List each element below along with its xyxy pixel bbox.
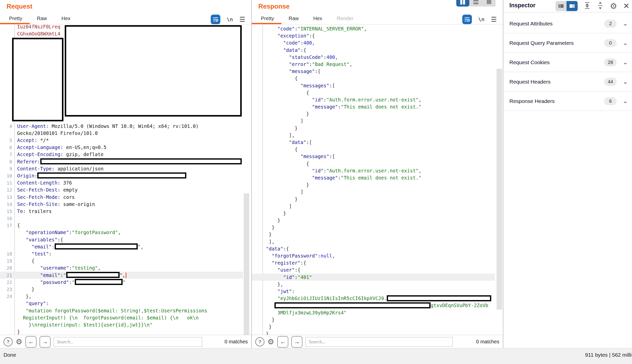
code-line: ] <box>252 203 495 210</box>
response-panel-icons: \n ☰ <box>462 15 497 24</box>
help-icon[interactable]: ? <box>255 337 264 346</box>
single-view-icon[interactable] <box>482 0 496 7</box>
code-line: 13Sec-Fetch-Mode: cors <box>0 194 243 201</box>
code-line: 22 "password":"" <box>0 279 243 286</box>
code-line: "operationName":"forgotPassword", <box>0 229 243 236</box>
inspector-row-request-headers[interactable]: Request Headers 44 ⌄ <box>503 72 632 91</box>
code-line: { <box>252 160 495 167</box>
count-badge: 44 <box>604 78 617 86</box>
code-line: "query": <box>0 300 243 307</box>
rows-view-icon[interactable] <box>469 0 482 7</box>
response-match-count: 0 matches <box>476 339 499 345</box>
status-message: Done <box>4 352 16 358</box>
code-line: } <box>252 217 495 224</box>
code-line: "eyJhbGciOiJIUzI1NiIsInR5cCI6IkpXVCJ9. <box>252 295 495 302</box>
code-line: 17{ <box>0 222 243 229</box>
code-line: "message":[ <box>252 68 495 75</box>
count-badge: 0 <box>604 39 617 47</box>
code-line: "data":{ <box>252 47 495 54</box>
inspector-row-request-query-parameters[interactable]: Request Query Parameters 0 ⌄ <box>503 33 632 53</box>
response-tab-hex[interactable]: Hex <box>313 16 322 21</box>
code-line: 5Accept: */* <box>0 137 243 144</box>
next-match-button[interactable]: → <box>40 336 51 348</box>
code-line: 7Accept-Encoding: gzip, deflate <box>0 151 243 158</box>
gear-icon[interactable]: ⚙ <box>267 338 274 346</box>
wrap-text-icon[interactable] <box>462 15 472 24</box>
response-code: "code":"INTERNAL_SERVER_ERROR", "excepti… <box>252 25 495 335</box>
request-tab-hex[interactable]: Hex <box>61 16 71 21</box>
code-line: } <box>252 224 495 231</box>
panel-right-icon[interactable] <box>567 1 578 11</box>
response-viewer[interactable]: "code":"INTERNAL_SERVER_ERROR", "excepti… <box>252 25 503 335</box>
response-tabs: Pretty Raw Hex Render <box>261 16 353 21</box>
redaction-box <box>40 158 242 164</box>
code-line: 3MDlfjx3mzwL39ybHp2Krs4" <box>252 309 495 316</box>
panel-left-icon[interactable] <box>555 1 567 11</box>
prev-match-button[interactable]: ← <box>277 336 288 348</box>
close-icon[interactable]: ✕ <box>623 2 629 10</box>
request-tab-pretty[interactable]: Pretty <box>9 16 22 21</box>
code-line: 9Content-Type: application/json <box>0 165 243 172</box>
next-match-button[interactable]: → <box>291 336 302 348</box>
request-title: Request <box>7 3 32 10</box>
columns-view-icon[interactable] <box>456 0 469 7</box>
request-tabs-divider <box>0 24 251 24</box>
code-line: } <box>0 328 243 335</box>
code-line: "register":{ <box>252 259 495 266</box>
redaction-box <box>55 243 138 249</box>
code-line: "variables":{ <box>0 236 243 243</box>
chevron-down-icon: ⌄ <box>623 40 628 46</box>
code-line: "exception":{ <box>252 32 495 39</box>
response-tab-raw[interactable]: Raw <box>289 16 299 21</box>
code-line: 8Referer: <box>0 158 243 165</box>
response-scrollbar[interactable] <box>497 69 502 310</box>
code-line: { <box>252 146 495 153</box>
code-line: "id":"Auth.form.error.user.not-exist", <box>252 96 495 103</box>
code-line: } <box>252 323 495 330</box>
code-line: 6Accept-Language: en-US,en;q=0.5 <box>0 144 243 151</box>
request-tabs: Pretty Raw Hex <box>9 16 71 21</box>
request-scrollbar[interactable] <box>244 193 249 335</box>
status-bar: Done 911 bytes | 562 millis <box>0 348 632 364</box>
code-line: { <box>252 89 495 96</box>
response-tab-pretty[interactable]: Pretty <box>261 16 274 21</box>
hamburger-icon[interactable]: ☰ <box>239 16 245 23</box>
code-line: "email":", <box>0 243 243 250</box>
code-line: } <box>252 210 495 217</box>
count-badge: 2 <box>604 20 617 28</box>
gear-icon[interactable]: ⚙ <box>610 2 617 10</box>
inspector-row-request-cookies[interactable]: Request Cookies 28 ⌄ <box>503 53 632 72</box>
code-line: 14Sec-Fetch-Site: same-origin <box>0 201 243 208</box>
code-line: "statusCode":400, <box>252 54 495 61</box>
prev-match-button[interactable]: ← <box>25 336 37 348</box>
wrap-text-icon[interactable] <box>211 15 220 24</box>
newline-toggle[interactable]: \n <box>478 16 484 22</box>
request-tab-raw[interactable]: Raw <box>37 16 47 21</box>
code-line: 24 }, <box>0 293 243 300</box>
request-search-input[interactable] <box>54 337 202 347</box>
response-tabs-divider <box>252 24 503 24</box>
code-line: 21 "email":"", <box>0 272 243 279</box>
inspector-row-request-attributes[interactable]: Request Attributes 2 ⌄ <box>503 14 632 33</box>
gear-icon[interactable]: ⚙ <box>16 338 22 346</box>
response-search-input[interactable] <box>305 337 453 347</box>
collapse-rows-icon[interactable] <box>597 2 604 10</box>
redaction-box <box>12 38 63 121</box>
request-editor[interactable]: Iuz04fNszF0LreqCGhxmOoQ8WXmtL44User-Agen… <box>0 25 251 335</box>
code-line: } <box>252 231 495 238</box>
code-line: "code":"INTERNAL_SERVER_ERROR", <box>252 25 495 32</box>
code-line: RegisterInput!) {\n forgotPassword(email… <box>0 314 243 321</box>
newline-toggle[interactable]: \n <box>227 16 233 22</box>
code-line: 20 "username":"testing", <box>0 264 243 271</box>
inspector-row-response-headers[interactable]: Response Headers 6 ⌄ <box>503 92 632 111</box>
expand-rows-icon[interactable] <box>584 2 591 10</box>
code-line: 11Content-Length: 376 <box>0 179 243 186</box>
code-line: "message":"This email does not exist." <box>252 174 495 181</box>
code-line: }, <box>252 281 495 288</box>
code-line: gtxvDEqnSVuPbY-2ZoVb <box>252 302 495 309</box>
response-tab-render[interactable]: Render <box>337 16 354 21</box>
hamburger-icon[interactable]: ☰ <box>491 16 497 23</box>
help-icon[interactable]: ? <box>4 337 13 346</box>
code-line: "user":{ <box>252 266 495 273</box>
code-line: ], <box>252 238 495 245</box>
